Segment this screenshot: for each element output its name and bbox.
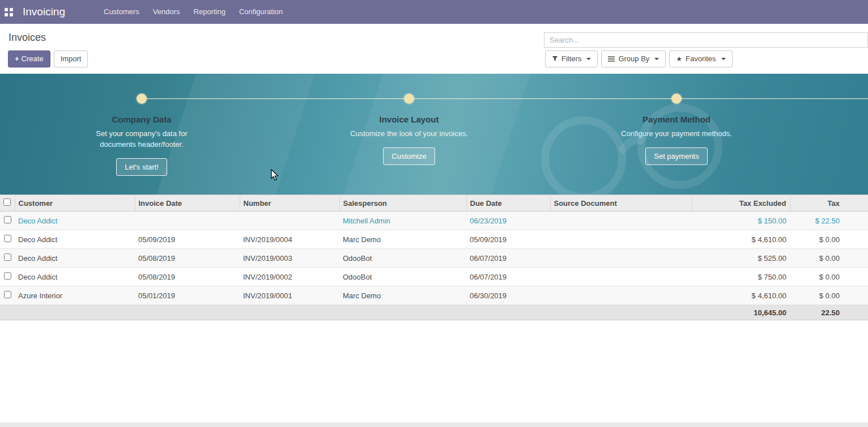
cell-number[interactable] xyxy=(240,212,339,230)
invoice-row[interactable]: Deco Addict 05/09/2019 INV/2019/0004 Mar… xyxy=(0,230,868,249)
cell-customer[interactable]: Deco Addict xyxy=(15,212,135,230)
cell-due-date[interactable]: 06/30/2019 xyxy=(466,286,550,305)
apps-menu-icon[interactable] xyxy=(0,0,17,24)
row-select-cell xyxy=(0,249,15,268)
control-panel: Invoices +Create Import Filters xyxy=(0,24,868,74)
invoice-row[interactable]: Azure Interior 05/01/2019 INV/2019/0001 … xyxy=(0,286,868,305)
cell-customer[interactable]: Deco Addict xyxy=(15,230,135,249)
cell-source-document[interactable] xyxy=(550,212,692,230)
onboarding-step-payment-method: Payment Method Configure your payment me… xyxy=(586,110,767,165)
cell-customer[interactable]: Azure Interior xyxy=(15,286,135,305)
cell-tax-excluded[interactable]: $ 525.00 xyxy=(692,249,790,268)
step-description: Configure your payment methods. xyxy=(621,129,732,139)
cell-tax-excluded[interactable]: $ 4,610.00 xyxy=(692,286,790,305)
column-header-invoice-date[interactable]: Invoice Date xyxy=(135,195,240,212)
cell-invoice-date[interactable] xyxy=(135,212,240,230)
table-header-row: Customer Invoice Date Number Salesperson… xyxy=(0,195,868,212)
cell-number[interactable]: INV/2019/0004 xyxy=(240,230,339,249)
invoice-row[interactable]: Deco Addict 05/08/2019 INV/2019/0002 Odo… xyxy=(0,268,868,286)
cell-salesperson[interactable]: OdooBot xyxy=(339,268,466,286)
filters-button-label: Filters xyxy=(561,54,581,64)
column-header-customer[interactable]: Customer xyxy=(15,195,135,212)
cell-due-date[interactable]: 06/23/2019 xyxy=(466,212,550,230)
column-header-tax-excluded[interactable]: Tax Excluded xyxy=(692,195,790,212)
cell-due-date[interactable]: 06/07/2019 xyxy=(466,249,550,268)
cell-tax[interactable]: $ 0.00 xyxy=(790,249,868,268)
horizontal-scrollbar[interactable] xyxy=(0,422,868,427)
cell-tax[interactable]: $ 0.00 xyxy=(790,230,868,249)
menu-reporting[interactable]: Reporting xyxy=(187,0,232,24)
filter-funnel-icon xyxy=(552,56,558,62)
column-header-due-date[interactable]: Due Date xyxy=(466,195,550,212)
cell-salesperson[interactable]: Marc Demo xyxy=(339,286,466,305)
set-payments-button[interactable]: Set payments xyxy=(645,147,708,165)
step-description: Set your company's data for documents he… xyxy=(79,129,204,150)
totals-empty-cell xyxy=(466,305,550,320)
onboarding-step-invoice-layout: Invoice Layout Customize the look of you… xyxy=(318,110,500,165)
cell-salesperson[interactable]: Mitchell Admin xyxy=(339,212,466,230)
onboarding-progress-line xyxy=(142,98,868,99)
lets-start-button[interactable]: Let's start! xyxy=(116,158,167,176)
favorites-button-label: Favorites xyxy=(686,54,716,64)
column-header-source-document[interactable]: Source Document xyxy=(550,195,692,212)
filters-button[interactable]: Filters xyxy=(545,50,598,67)
totals-empty-cell xyxy=(15,305,135,320)
cell-invoice-date[interactable]: 05/08/2019 xyxy=(135,249,240,268)
menu-customers[interactable]: Customers xyxy=(97,0,146,24)
menu-configuration[interactable]: Configuration xyxy=(232,0,290,24)
favorites-button[interactable]: ★ Favorites xyxy=(669,50,732,67)
cell-source-document[interactable] xyxy=(550,230,692,249)
step-dot-invoice-layout xyxy=(404,94,414,104)
cell-salesperson[interactable]: Marc Demo xyxy=(339,230,466,249)
cell-tax-excluded[interactable]: $ 4,610.00 xyxy=(692,230,790,249)
create-button-label: Create xyxy=(22,54,44,63)
column-header-salesperson[interactable]: Salesperson xyxy=(339,195,466,212)
cell-number[interactable]: INV/2019/0001 xyxy=(240,286,339,305)
cell-invoice-date[interactable]: 05/01/2019 xyxy=(135,286,240,305)
cell-due-date[interactable]: 06/07/2019 xyxy=(466,268,550,286)
cell-customer[interactable]: Deco Addict xyxy=(15,249,135,268)
cell-source-document[interactable] xyxy=(550,286,692,305)
row-checkbox[interactable] xyxy=(4,253,11,261)
cell-tax[interactable]: $ 22.50 xyxy=(790,212,868,230)
group-by-lines-icon xyxy=(608,56,615,62)
cell-tax-excluded[interactable]: $ 750.00 xyxy=(692,268,790,286)
import-button[interactable]: Import xyxy=(54,50,88,67)
invoice-list: Customer Invoice Date Number Salesperson… xyxy=(0,195,868,320)
create-button[interactable]: +Create xyxy=(8,50,50,67)
cell-invoice-date[interactable]: 05/08/2019 xyxy=(135,268,240,286)
search-input[interactable] xyxy=(544,33,867,47)
cell-number[interactable]: INV/2019/0002 xyxy=(240,268,339,286)
row-checkbox[interactable] xyxy=(4,272,11,280)
cell-customer[interactable]: Deco Addict xyxy=(15,268,135,286)
step-dot-payment-method xyxy=(671,94,682,104)
caret-down-icon xyxy=(654,58,659,60)
cell-source-document[interactable] xyxy=(550,268,692,286)
cell-tax[interactable]: $ 0.00 xyxy=(790,268,868,286)
totals-empty-cell xyxy=(550,305,692,320)
row-checkbox[interactable] xyxy=(4,216,11,223)
menu-vendors[interactable]: Vendors xyxy=(146,0,187,24)
column-header-tax[interactable]: Tax xyxy=(790,195,868,212)
app-title[interactable]: Invoicing xyxy=(23,6,65,18)
group-by-button[interactable]: Group By xyxy=(601,50,666,67)
row-select-cell xyxy=(0,230,15,249)
top-navbar: Invoicing Customers Vendors Reporting Co… xyxy=(0,0,868,24)
cell-salesperson[interactable]: OdooBot xyxy=(339,249,466,268)
grid-icon xyxy=(5,8,13,16)
cell-tax-excluded[interactable]: $ 150.00 xyxy=(692,212,790,230)
customize-button[interactable]: Customize xyxy=(383,147,435,165)
row-checkbox[interactable] xyxy=(4,291,11,298)
cell-number[interactable]: INV/2019/0003 xyxy=(240,249,339,268)
cell-due-date[interactable]: 05/09/2019 xyxy=(466,230,550,249)
cell-invoice-date[interactable]: 05/09/2019 xyxy=(135,230,240,249)
row-checkbox[interactable] xyxy=(4,235,11,242)
step-description: Customize the look of your invoices. xyxy=(350,129,468,139)
select-all-checkbox[interactable] xyxy=(3,198,11,206)
invoice-row[interactable]: Deco Addict Mitchell Admin 06/23/2019 $ … xyxy=(0,212,868,230)
totals-empty-cell xyxy=(0,305,15,320)
column-header-number[interactable]: Number xyxy=(240,195,339,212)
cell-tax[interactable]: $ 0.00 xyxy=(790,286,868,305)
invoice-row[interactable]: Deco Addict 05/08/2019 INV/2019/0003 Odo… xyxy=(0,249,868,268)
cell-source-document[interactable] xyxy=(550,249,692,268)
